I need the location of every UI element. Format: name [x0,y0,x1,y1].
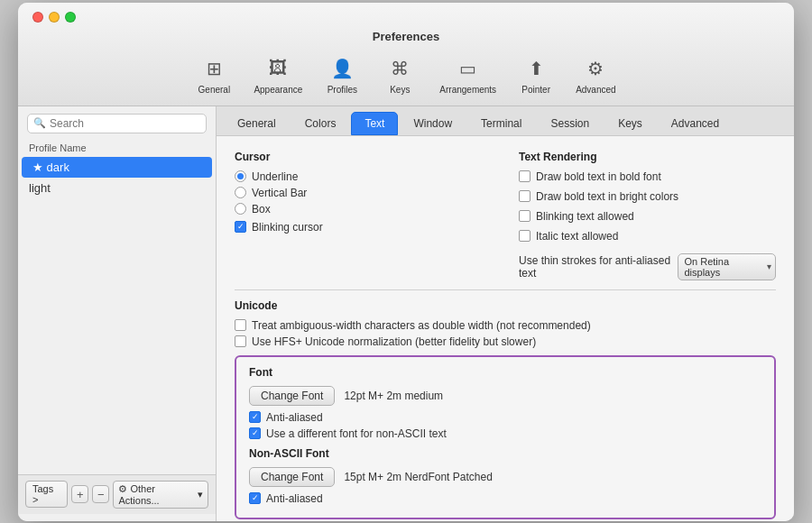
text-rendering-items: Draw bold text in bold font Draw bold te… [519,170,776,280]
font-anti-aliased-checkbox[interactable] [249,411,261,423]
toolbar-item-advanced[interactable]: ⚙ Advanced [567,50,624,98]
unicode-title: Unicode [235,299,776,312]
blinking-cursor-checkbox[interactable] [235,221,246,233]
change-font-button[interactable]: Change Font [249,386,335,406]
font-different-row: Use a different font for non-ASCII text [249,427,761,440]
thin-strokes-dropdown[interactable]: On Retina displays [678,253,776,280]
change-non-ascii-font-button[interactable]: Change Font [249,467,335,487]
toolbar-item-profiles[interactable]: 👤 Profiles [315,50,369,98]
search-bar[interactable]: 🔍 [27,114,207,133]
cursor-underline-radio[interactable] [235,170,246,182]
toolbar-label-general: General [198,85,231,95]
font-different-label: Use a different font for non-ASCII text [266,427,447,440]
blinking-cursor-label: Blinking cursor [252,221,323,234]
text-rendering-section: Text Rendering Draw bold text in bold fo… [519,151,776,280]
tab-general[interactable]: General [224,112,290,135]
tab-keys[interactable]: Keys [604,112,656,135]
cursor-title: Cursor [235,151,492,163]
font-different-checkbox[interactable] [249,427,261,439]
cursor-box-radio[interactable] [235,203,246,215]
font-anti-aliased-label: Anti-aliased [266,411,323,424]
panel-content: Cursor Underline Vertical Bar [217,136,794,521]
toolbar-item-general[interactable]: ⊞ General [187,50,241,98]
toolbar-label-pointer: Pointer [521,85,550,95]
cursor-verticalbar-row: Vertical Bar [235,187,492,199]
minimize-button[interactable] [49,12,60,23]
thin-strokes-label: Use thin strokes for anti-aliased text [519,254,672,280]
window-controls [32,12,76,23]
blinking-cursor-row: Blinking cursor [235,221,492,234]
toolbar-item-arrangements[interactable]: ▭ Arrangements [430,50,505,98]
tags-button[interactable]: Tags > [25,481,68,508]
cursor-verticalbar-label: Vertical Bar [252,187,307,199]
text-rendering-title: Text Rendering [519,151,776,163]
remove-profile-button[interactable]: − [92,485,109,503]
toolbar: ⊞ General 🖼 Appearance 👤 Profiles ⌘ Keys… [187,50,624,98]
toolbar-item-keys[interactable]: ⌘ Keys [373,50,427,98]
cursor-box-label: Box [252,203,271,216]
unicode-section: Unicode Treat ambiguous-width characters… [235,299,776,348]
tr-label-2: Blinking text allowed [536,210,634,223]
toolbar-label-appearance: Appearance [254,85,302,95]
tr-row-1: Draw bold text in bright colors [519,190,776,203]
tr-label-3: Italic text allowed [536,230,618,243]
tr-checkbox-3[interactable] [519,230,531,242]
tr-row-0: Draw bold text in bold font [519,170,776,183]
tr-checkbox-0[interactable] [519,170,531,182]
toolbar-label-advanced: Advanced [576,85,615,95]
tr-row-2: Blinking text allowed [519,210,776,223]
arrangements-icon: ▭ [454,54,483,83]
tab-session[interactable]: Session [537,112,603,135]
tr-label-1: Draw bold text in bright colors [536,190,678,203]
divider-1 [235,289,776,290]
unicode-row-0: Treat ambiguous-width characters as doub… [235,319,776,332]
toolbar-item-appearance[interactable]: 🖼 Appearance [245,50,311,98]
non-ascii-title: Non-ASCII Font [249,447,761,460]
toolbar-label-keys: Keys [390,85,410,95]
cursor-underline-label: Underline [252,170,298,183]
add-profile-button[interactable]: + [71,485,88,503]
unicode-checkbox-1[interactable] [235,335,246,347]
search-input[interactable] [50,117,200,130]
profile-item-dark[interactable]: ★ dark [22,157,212,178]
sidebar: 🔍 Profile Name ★ dark light Tags > + − ⚙… [18,106,217,521]
titlebar: Preferences ⊞ General 🖼 Appearance 👤 Pro… [18,3,794,106]
thin-strokes-value: On Retina displays [684,256,759,278]
tab-window[interactable]: Window [400,112,466,135]
non-ascii-anti-aliased-checkbox[interactable] [249,492,261,504]
non-ascii-anti-aliased-row: Anti-aliased [249,492,761,505]
cursor-underline-row: Underline [235,170,492,183]
search-icon: 🔍 [33,117,46,129]
tab-advanced[interactable]: Advanced [658,112,733,135]
unicode-label-1: Use HFS+ Unicode normalization (better f… [252,335,536,348]
tab-bar: General Colors Text Window Terminal Sess… [217,106,794,136]
unicode-checkbox-0[interactable] [235,319,246,331]
cursor-verticalbar-radio[interactable] [235,187,246,198]
tab-text[interactable]: Text [351,112,398,135]
toolbar-item-pointer[interactable]: ⬆ Pointer [509,50,563,98]
other-actions-button[interactable]: ⚙ Other Actions... ▾ [113,481,208,509]
tab-colors[interactable]: Colors [291,112,350,135]
non-ascii-anti-aliased-label: Anti-aliased [266,492,323,505]
unicode-row-1: Use HFS+ Unicode normalization (better f… [235,335,776,348]
general-icon: ⊞ [199,54,228,83]
tr-checkbox-1[interactable] [519,190,531,202]
profiles-icon: 👤 [328,54,356,83]
tab-terminal[interactable]: Terminal [467,112,535,135]
other-actions-chevron: ▾ [198,489,203,500]
main-panel: General Colors Text Window Terminal Sess… [217,106,794,521]
pointer-icon: ⬆ [521,54,550,83]
font-anti-aliased-row: Anti-aliased [249,411,761,424]
close-button[interactable] [32,12,43,23]
maximize-button[interactable] [65,12,76,23]
cursor-box-row: Box [235,203,492,216]
appearance-icon: 🖼 [263,54,292,83]
profile-item-light[interactable]: light [18,178,216,198]
thin-strokes-row: Use thin strokes for anti-aliased text O… [519,253,776,280]
tr-checkbox-2[interactable] [519,210,531,222]
advanced-icon: ⚙ [581,54,610,83]
font-row: Change Font 12pt M+ 2m medium [249,386,761,406]
top-section: Cursor Underline Vertical Bar [235,151,776,280]
toolbar-label-profiles: Profiles [328,85,357,95]
tr-row-3: Italic text allowed [519,230,776,243]
